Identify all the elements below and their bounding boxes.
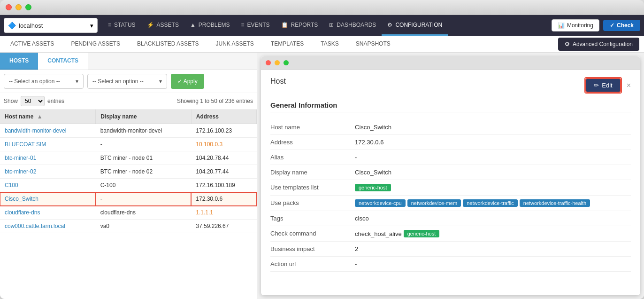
window-close-button[interactable]: × (627, 81, 631, 90)
dashboards-nav-icon: ⊞ (329, 22, 334, 28)
info-label: Host name (270, 124, 355, 131)
hosts-table: Host name ▲ Display name Address (0, 110, 257, 299)
sec-nav-active-assets[interactable]: ACTIVE ASSETS (2, 36, 62, 53)
table-row[interactable]: cloudflare-dnscloudflare-dns1.1.1.1 (0, 206, 257, 220)
nav-item-status[interactable]: ≡ STATUS (102, 15, 141, 36)
events-nav-icon: ≡ (241, 22, 245, 28)
sec-nav-templates[interactable]: TEMPLATES (262, 36, 312, 53)
panel-tabs: HOSTS CONTACTS (0, 53, 257, 70)
configuration-nav-icon: ⚙ (387, 22, 392, 28)
content-area: HOSTS CONTACTS -- Select an option -- ▾ … (0, 53, 644, 299)
inner-content: Host ✏ Edit × (261, 70, 640, 295)
display-name-cell: - (96, 138, 192, 151)
nav-item-assets[interactable]: ⚡ ASSETS (141, 15, 184, 36)
edit-button[interactable]: ✏ Edit (585, 78, 621, 93)
tag: generic-host (404, 230, 440, 237)
title-bar (0, 0, 644, 15)
nav-item-configuration[interactable]: ⚙ CONFIGURATION (382, 15, 448, 36)
host-link[interactable]: C100 (5, 182, 18, 189)
filter-select-2[interactable]: -- Select an option -- ▾ (87, 74, 167, 89)
status-nav-icon: ≡ (108, 22, 111, 28)
tag: generic-host (355, 184, 391, 191)
info-label: Alias (270, 154, 355, 161)
inner-minimize-button[interactable] (275, 60, 280, 65)
nav-item-reports[interactable]: 📋 REPORTS (276, 15, 324, 36)
info-value: generic-host (355, 184, 631, 191)
entries-row: Show 50 25 100 entries Showing 1 to 50 o… (0, 93, 257, 110)
advanced-configuration-button[interactable]: ⚙ Advanced Configuration (558, 38, 639, 51)
table-row[interactable]: btc-miner-02BTC miner - node 02104.20.77… (0, 165, 257, 179)
check-button[interactable]: ✓ Check (603, 20, 640, 31)
secondary-nav: ACTIVE ASSETS PENDING ASSETS BLACKLISTED… (0, 36, 644, 53)
inner-title-bar (261, 56, 640, 70)
info-row: Tagscisco (270, 211, 631, 226)
nav-item-events[interactable]: ≡ EVENTS (236, 15, 276, 36)
host-selector[interactable]: 🔷 localhost ▾ (4, 18, 98, 33)
check-icon: ✓ (610, 22, 614, 29)
address-cell: 104.20.78.44 (191, 151, 256, 165)
table-row[interactable]: C100C-100172.16.100.189 (0, 179, 257, 192)
contacts-tab[interactable]: CONTACTS (38, 53, 88, 70)
col-address[interactable]: Address (191, 110, 256, 124)
sec-nav-snapshots[interactable]: SNAPSHOTS (347, 36, 399, 53)
info-value: Cisco_Switch (355, 124, 631, 131)
tag: networkdevice-mem (407, 199, 461, 207)
tag: networkdevice-traffic (463, 199, 518, 207)
sec-nav-blacklisted-assets[interactable]: BLACKLISTED ASSETS (129, 36, 207, 53)
host-link[interactable]: cow000.cattle.farm.local (5, 223, 65, 229)
info-row: Display nameCisco_Switch (270, 165, 631, 180)
table-row[interactable]: Cisco_Switch-172.30.0.6 (0, 192, 257, 206)
hosts-tab[interactable]: HOSTS (0, 53, 38, 70)
sec-nav-tasks[interactable]: TASKS (312, 36, 347, 53)
info-value: 2 (355, 245, 631, 252)
table-row[interactable]: btc-miner-01BTC miner - node 01104.20.78… (0, 151, 257, 165)
info-label: Check command (270, 230, 355, 237)
host-link[interactable]: BLUECOAT SIM (5, 141, 46, 148)
close-window-button[interactable] (6, 4, 12, 10)
address-cell: 172.30.0.6 (191, 192, 256, 206)
window-header: Host ✏ Edit × (270, 77, 631, 94)
host-link[interactable]: cloudflare-dns (5, 209, 40, 216)
table-row[interactable]: BLUECOAT SIM-10.100.0.3 (0, 138, 257, 151)
host-info-table: Host nameCisco_SwitchAddress172.30.0.6Al… (270, 120, 631, 272)
apply-filter-button[interactable]: ✓ Apply (171, 74, 204, 89)
table-row[interactable]: bandwidth-monitor-develbandwidth-monitor… (0, 124, 257, 138)
problems-nav-icon: ▲ (190, 22, 196, 28)
maximize-window-button[interactable] (25, 4, 31, 10)
app-content: 🔷 localhost ▾ ≡ STATUS ⚡ ASSETS ▲ PROBLE… (0, 15, 644, 299)
tag: networkdevice-cpu (355, 199, 406, 207)
monitoring-button[interactable]: 📊 Monitoring (552, 19, 599, 31)
host-icon: 🔷 (8, 22, 16, 29)
nav-item-problems[interactable]: ▲ PROBLEMS (184, 15, 236, 36)
inner-maximize-button[interactable] (284, 60, 289, 65)
table-row[interactable]: cow000.cattle.farm.localva037.59.226.67 (0, 220, 257, 233)
host-link[interactable]: btc-miner-02 (5, 168, 36, 175)
sec-nav-pending-assets[interactable]: PENDING ASSETS (62, 36, 129, 53)
host-link[interactable]: Cisco_Switch (5, 196, 38, 202)
main-window: 🔷 localhost ▾ ≡ STATUS ⚡ ASSETS ▲ PROBLE… (0, 0, 644, 299)
info-row: Address172.30.0.6 (270, 135, 631, 150)
monitoring-icon: 📊 (558, 22, 565, 29)
display-name-cell: BTC miner - node 01 (96, 151, 192, 165)
host-detail-title: Host (270, 77, 286, 86)
info-label: Use templates list (270, 184, 355, 191)
inner-close-button[interactable] (266, 60, 271, 65)
address-cell: 10.100.0.3 (191, 138, 256, 151)
host-link[interactable]: bandwidth-monitor-devel (5, 127, 66, 134)
gear-icon: ⚙ (565, 41, 570, 47)
sec-nav-junk-assets[interactable]: JUNK ASSETS (207, 36, 262, 53)
entries-per-page-select[interactable]: 50 25 100 (21, 96, 45, 106)
col-hostname[interactable]: Host name ▲ (0, 110, 96, 124)
info-row: Check commandcheck_host_alivegeneric-hos… (270, 226, 631, 242)
info-value: Cisco_Switch (355, 169, 631, 176)
info-label: Display name (270, 169, 355, 176)
minimize-window-button[interactable] (15, 4, 22, 10)
host-link[interactable]: btc-miner-01 (5, 155, 36, 161)
col-displayname[interactable]: Display name (96, 110, 192, 124)
display-name-cell: BTC miner - node 02 (96, 165, 192, 179)
nav-item-dashboards[interactable]: ⊞ DASHBOARDS (323, 15, 382, 36)
info-row: Use packsnetworkdevice-cpunetworkdevice-… (270, 196, 631, 211)
host-dropdown-arrow: ▾ (90, 22, 93, 29)
filter-select-1[interactable]: -- Select an option -- ▾ (4, 74, 84, 89)
info-label: Action url (270, 260, 355, 268)
